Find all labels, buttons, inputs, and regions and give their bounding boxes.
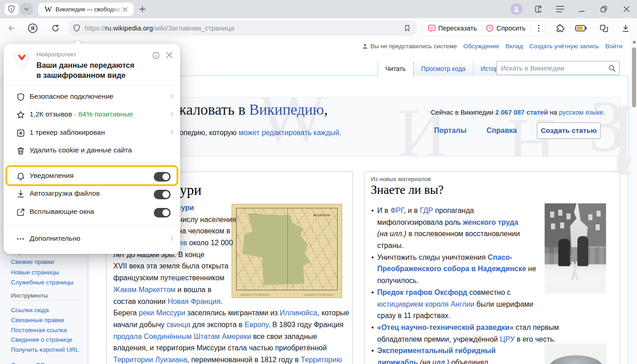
wiki-link[interactable]: юстициарием короля Англии (377, 300, 475, 308)
info-icon[interactable] (152, 51, 160, 60)
personal-link[interactable]: Создать учётную запись (529, 43, 599, 50)
wiki-link[interactable]: Жаком Маркеттом (113, 286, 176, 293)
personal-link[interactable]: Обсуждение (463, 43, 499, 50)
wiki-link[interactable]: ЦРУ (500, 335, 515, 343)
downloads-icon[interactable] (620, 22, 632, 34)
popup-row-label: Дополнительно (30, 234, 81, 243)
article-line: Берега реки Миссури заселялись мигрантам… (113, 307, 349, 319)
popup-row[interactable]: 1,2К отзывов · 84% позитивные (4, 106, 180, 124)
popup-row[interactable]: Удалить cookie и данные сайта (4, 142, 180, 160)
dyk-list: И в ФРГ, и в ГДР пропагандамифологизиров… (377, 205, 559, 364)
scrollbar-thumb[interactable] (632, 47, 636, 107)
view-tab-link[interactable]: Просмотр кода (414, 61, 473, 76)
popup-row-more[interactable]: Дополнительно (4, 230, 180, 248)
wiki-link[interactable]: Преображенского собора в Надеждинске (377, 265, 526, 273)
dyk-item: Предок графов Оксфорд совместно сюстициа… (377, 287, 559, 322)
wiki-link[interactable]: 2 067 087 статей (495, 109, 548, 116)
back-button[interactable] (5, 22, 17, 34)
person-icon (513, 5, 520, 13)
tabs-dropdown-button[interactable] (20, 3, 33, 15)
address-bar[interactable]: https://ru.wikipedia.org/wiki/Заглавная_… (69, 20, 417, 35)
site-protection-shield-icon[interactable] (72, 24, 81, 32)
wiki-link[interactable]: ФРГ (390, 207, 404, 214)
sidebar-link[interactable]: Получить короткий URL (11, 346, 83, 354)
create-article-button[interactable]: Создать статью (537, 122, 601, 139)
popup-row-label: 1 трекер заблокирован (30, 128, 105, 136)
popup-row[interactable]: 1 трекер заблокирован (4, 124, 180, 142)
menu-icon[interactable] (554, 3, 566, 15)
wiki-link[interactable]: дирижабль (377, 359, 418, 364)
toggle-switch[interactable] (154, 208, 171, 217)
extensions-icon[interactable] (554, 22, 566, 34)
wiki-link[interactable]: реки Миссури (139, 309, 185, 317)
new-tab-button[interactable] (136, 3, 148, 15)
wiki-link[interactable]: может редактировать каждый (239, 129, 339, 136)
summarize-button[interactable]: Пересказать (438, 25, 477, 32)
wiki-link[interactable]: Экспериментальный гибридный (377, 347, 495, 354)
sidebar-link[interactable]: Новые страницы (11, 269, 83, 276)
wiki-link[interactable]: Территорию (301, 356, 342, 364)
yandex-search-icon[interactable]: Я (27, 22, 39, 34)
page-scrollbar[interactable] (631, 38, 637, 364)
personal-link[interactable]: Войти (605, 43, 622, 50)
search-icon[interactable] (608, 64, 616, 72)
browser-tab[interactable]: W Википедия — свободная энц (38, 3, 134, 16)
wiki-link[interactable]: продала Соединённым Штатам Америки (113, 333, 251, 340)
battery-saver-icon[interactable] (575, 22, 587, 34)
collections-icon[interactable] (598, 22, 610, 34)
personal-link[interactable]: Вклад (506, 43, 523, 50)
popup-brand: Нейропротект (36, 51, 76, 58)
close-window-button[interactable] (621, 3, 632, 15)
rubble-women-photo[interactable] (545, 203, 606, 293)
dyk-item: И в ФРГ, и в ГДР пропагандамифологизиров… (377, 205, 559, 252)
wiki-link[interactable]: русском языке (559, 109, 603, 116)
tab-close-icon[interactable] (123, 7, 127, 12)
sidebar-link[interactable]: Свежие правки (11, 258, 83, 266)
sidebar-link[interactable]: Ссылки сюда (11, 307, 83, 314)
ask-button[interactable]: Спросить (496, 25, 526, 32)
wikipedia-link[interactable]: Википедию (249, 101, 324, 118)
minimize-button[interactable] (576, 3, 588, 15)
maximize-button[interactable] (598, 3, 610, 15)
scroll-up-arrow[interactable] (632, 40, 636, 43)
popup-row[interactable]: Безопасное подключение (4, 88, 180, 106)
portals-link[interactable]: Порталы (434, 126, 466, 135)
tabs-counter-button[interactable]: 1 (5, 3, 18, 15)
toggle-switch[interactable] (154, 190, 171, 199)
bookmark-icon[interactable] (401, 22, 413, 34)
article-count: Сейчас в Википедии 2 067 087 статей на р… (431, 109, 605, 116)
dyk-label: Из новых материалов (371, 176, 431, 182)
wiki-link[interactable]: Территории Луизиана (113, 356, 187, 364)
sidebar-link[interactable]: Служебные страницы (11, 279, 83, 286)
browser-window: 1 W Википедия — свободная энц (0, 0, 637, 364)
help-link[interactable]: Справка (486, 126, 517, 135)
reload-button[interactable] (50, 22, 61, 34)
sidebar-link[interactable]: Скачать QR-код (11, 362, 83, 364)
wiki-link[interactable]: ГДР (420, 207, 433, 214)
wiki-link[interactable]: Иллинойса (280, 309, 318, 317)
wiki-link[interactable]: Европу (244, 321, 268, 329)
wiki-link[interactable]: Предок графов Оксфорд (377, 288, 467, 296)
airship-photo[interactable] (545, 344, 607, 364)
chevron-right-icon (168, 111, 176, 118)
bookmarks-panel-icon[interactable] (532, 3, 544, 15)
sidebar-link[interactable]: Сведения о странице (11, 336, 83, 344)
wiki-link[interactable]: свинца (167, 321, 190, 329)
wiki-search[interactable] (496, 61, 620, 75)
popup-close-icon[interactable] (166, 51, 173, 59)
popup-toggle-row-Всплывающие окна[interactable]: Всплывающие окна (4, 203, 180, 221)
toggle-label: Всплывающие окна (30, 207, 94, 216)
wiki-link[interactable]: Спасо- (488, 253, 512, 261)
view-tab-active[interactable]: Читать (378, 61, 414, 76)
sidebar-link[interactable]: Постоянная ссылка (11, 327, 83, 334)
wiki-link[interactable]: Новая Франция (167, 298, 220, 305)
dyk-item: «Отец научно-технической разведки» стал … (377, 322, 559, 345)
wiki-link[interactable]: женского труда (463, 218, 518, 226)
popup-toggle-row-Автозагрузка файлов[interactable]: Автозагрузка файлов (4, 185, 180, 203)
ai-more-button[interactable] (538, 25, 540, 32)
sidebar-link[interactable]: Связанные правки (11, 317, 83, 324)
profile-avatar[interactable] (511, 3, 522, 15)
article-line: начали добычу свинца для экспорта в Евро… (113, 319, 349, 331)
wiki-search-input[interactable] (497, 64, 608, 72)
wiki-link[interactable]: Отец научно-технической разведки (381, 324, 510, 331)
